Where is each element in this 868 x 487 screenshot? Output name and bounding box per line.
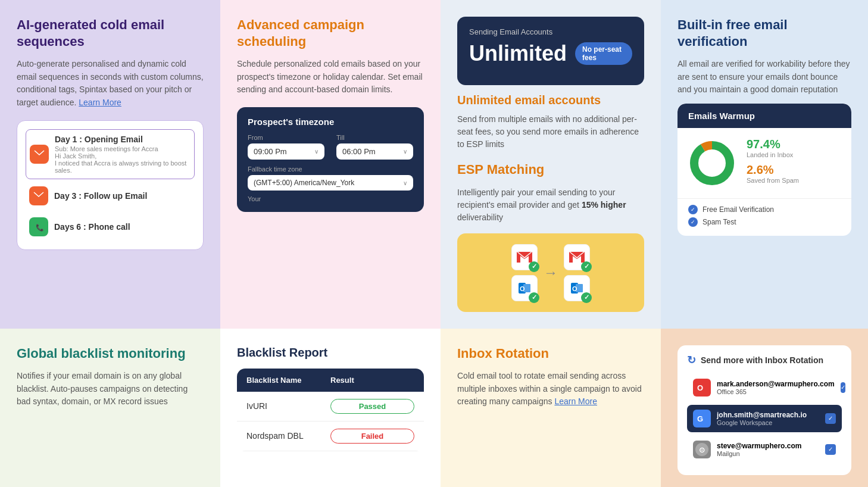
warmup-card: Emails Warmup 97.4% Landed in Inbox 2.6%… [677,104,851,236]
esp-title: ESP Matching [457,161,644,178]
table-row: IvURI Passed [237,392,424,422]
account-provider-1: Google Workspace [717,419,819,426]
bl-name-1: Nordspam DBL [246,431,330,441]
tz-fallback-label: Fallback time zone [248,166,413,173]
svg-text:⊙: ⊙ [699,446,705,454]
seq-item-day6[interactable]: 📞 Days 6 : Phone call [26,213,195,241]
tz-till-select[interactable]: 06:00 Pm ∨ [336,143,413,160]
bl-result-0: Passed [330,399,414,414]
blacklist-title: Global blacklist monitoring [17,345,204,362]
email-accounts-card: Sending Email Accounts Unlimited No per-… [457,17,644,85]
phone-icon-day6: 📞 [29,217,48,236]
svg-text:📞: 📞 [36,223,44,232]
ea-header: Sending Email Accounts [469,27,632,36]
blacklist-report-section: Blacklist Report Blacklist Name Result I… [220,329,441,488]
tz-your-label: Your [248,195,413,202]
outlook-provider-icon: O [693,379,711,397]
chevron-down-icon: ∨ [403,180,407,186]
account-provider-2: Mailgun [717,450,819,457]
tz-till-label: Till [336,134,413,141]
check-dot-icon: ✓ [688,217,698,227]
scheduling-section: Advanced campaign scheduling Schedule pe… [220,0,441,329]
bl-result-1: Failed [330,429,414,444]
tz-from-field: From 09:00 Pm ∨ [248,134,324,160]
list-item[interactable]: ⊙ steve@warmuphero.com Mailgun ✓ [687,436,842,463]
inbox-rotation-visual-section: ↻ Send more with Inbox Rotation O mark.a… [661,329,868,488]
account-provider-0: Office 365 [717,388,835,395]
unlimited-accounts-desc: Send from multiple emails with no additi… [457,113,644,151]
chevron-down-icon: ∨ [403,148,407,155]
inbox-pct: 97.4% [747,138,841,151]
blacklist-desc: Notifies if your email domain is on any … [17,370,204,408]
tz-from-label: From [248,134,324,141]
inbox-rotation-visual-card: ↻ Send more with Inbox Rotation O mark.a… [677,345,851,475]
timezone-card: Prospect's timezone From 09:00 Pm ∨ Till… [237,107,424,212]
check-dot-icon: ✓ [688,205,698,214]
check-icon: ✓ [581,261,592,272]
ea-unlimited: Unlimited [469,41,567,66]
seq-label-day1: Day 1 : Opening Email [55,135,191,144]
email-icon-day3 [29,186,48,205]
account-check-1: ✓ [825,413,836,424]
learn-more-link[interactable]: Learn More [79,98,121,107]
table-row: Nordspam DBL Failed [237,422,424,451]
account-email-1: john.smith@smartreach.io [717,411,819,419]
blacklist-report-table: Blacklist Name Result IvURI Passed Nords… [237,369,424,451]
verification-title: Built-in free email verification [677,17,851,49]
account-email-0: mark.anderson@warmuphero.com [717,380,835,388]
verification-section: Built-in free email verification All ema… [661,0,868,329]
seq-item-day3[interactable]: Day 3 : Follow up Email [26,182,195,210]
ai-sequences-title: AI-generated cold email sequences [17,17,204,49]
email-icon-day1 [30,145,49,164]
check-spam-test: ✓ Spam Test [688,217,841,227]
gmail-icon-right: ✓ [564,244,590,270]
svg-text:G: G [697,414,703,423]
sequence-card: Day 1 : Opening Email Sub: More sales me… [17,120,204,250]
list-item[interactable]: G john.smith@smartreach.io Google Worksp… [687,405,842,432]
tz-card-title: Prospect's timezone [248,117,413,127]
list-item[interactable]: O mark.anderson@warmuphero.com Office 36… [687,374,842,401]
arrow-icon: → [544,264,558,281]
check-icon: ✓ [581,292,592,303]
tz-from-select[interactable]: 09:00 Pm ∨ [248,143,324,160]
rotation-icon: ↻ [687,354,696,367]
esp-desc: Intelligently pair your email sending to… [457,186,644,224]
outlook-icon-left: O ✓ [511,275,538,301]
inbox-rotation-title: Inbox Rotation [457,345,644,362]
ea-no-fee-badge: No per-seat fees [575,42,632,65]
inbox-label: Landed in Inbox [747,151,841,158]
tz-fallback-select[interactable]: (GMT+5:00) America/New_York ∨ [248,175,413,191]
bl-col1-label: Blacklist Name [246,376,330,385]
seq-label-day6: Days 6 : Phone call [54,222,130,232]
check-free-verification: ✓ Free Email Verification [688,205,841,214]
learn-more-rotation-link[interactable]: Learn More [554,397,597,406]
account-check-2: ✓ [825,444,836,455]
account-check-0: ✓ [841,382,845,393]
spam-label: Saved from Spam [747,177,841,184]
check-icon: ✓ [529,292,539,303]
svg-text:O: O [520,285,525,292]
inbox-rotation-section: Inbox Rotation Cold email tool to rotate… [441,329,661,488]
blacklist-section: Global blacklist monitoring Notifies if … [0,329,220,488]
svg-text:O: O [572,285,577,292]
chevron-down-icon: ∨ [314,148,319,155]
bl-name-0: IvURI [246,401,330,411]
account-email-2: steve@warmuphero.com [717,442,819,450]
tz-till-field: Till 06:00 Pm ∨ [336,134,413,160]
warmup-header: Emails Warmup [677,104,851,128]
scheduling-title: Advanced campaign scheduling [237,17,424,49]
mailgun-provider-icon: ⊙ [693,441,711,458]
esp-visual: ✓ O ✓ → ✓ O ✓ [457,233,644,312]
seq-item-day1[interactable]: Day 1 : Opening Email Sub: More sales me… [26,129,195,179]
seq-sub-day1: Sub: More sales meetings for AccraHi Jac… [55,145,191,174]
unlimited-accounts-title: Unlimited email accounts [457,93,644,107]
google-provider-icon: G [693,410,711,427]
donut-chart [688,139,736,187]
esp-section: Sending Email Accounts Unlimited No per-… [441,0,661,329]
ai-sequences-desc: Auto-generate personalised and dynamic c… [17,58,204,110]
bl-report-title: Blacklist Report [237,345,424,360]
spam-pct: 2.6% [747,163,841,177]
check-icon: ✓ [529,261,539,272]
inbox-rotation-desc: Cold email tool to rotate email sending … [457,370,644,408]
outlook-icon-right: O ✓ [564,275,590,301]
